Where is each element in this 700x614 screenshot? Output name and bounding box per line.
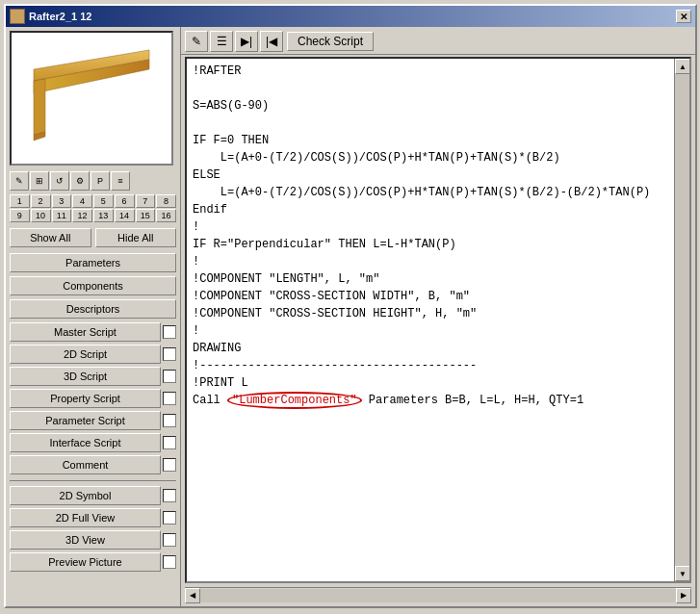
- parameters-button[interactable]: Parameters: [10, 253, 176, 272]
- toolbar-icon-4[interactable]: |◀: [260, 31, 283, 52]
- preview-picture-item: Preview Picture: [10, 552, 176, 572]
- divider: [10, 480, 176, 481]
- preview-picture-checkbox[interactable]: [163, 555, 176, 569]
- scroll-right-button[interactable]: ▶: [676, 588, 691, 603]
- toolbar-icon-1[interactable]: ✎: [185, 31, 208, 52]
- property-script-item: Property Script: [10, 389, 176, 408]
- settings-icon-btn[interactable]: ⚙: [70, 171, 90, 191]
- title-bar-left: Rafter2_1 12: [10, 9, 91, 24]
- 3d-view-button[interactable]: 3D View: [10, 530, 161, 550]
- 3d-script-button[interactable]: 3D Script: [10, 367, 161, 386]
- title-bar: Rafter2_1 12 ✕: [6, 6, 695, 27]
- num-14[interactable]: 14: [115, 209, 135, 222]
- num-1[interactable]: 1: [10, 194, 30, 208]
- preview-picture-button[interactable]: Preview Picture: [10, 552, 161, 572]
- parameter-script-button[interactable]: Parameter Script: [10, 411, 161, 430]
- main-window: Rafter2_1 12 ✕: [4, 4, 697, 608]
- svg-marker-2: [34, 79, 45, 135]
- interface-script-button[interactable]: Interface Script: [10, 433, 161, 452]
- descriptors-button[interactable]: Descriptors: [10, 299, 176, 319]
- close-button[interactable]: ✕: [676, 10, 691, 23]
- num-2[interactable]: 2: [31, 194, 51, 208]
- rafter-image: [24, 40, 159, 156]
- toolbar-icon-3[interactable]: ▶|: [235, 31, 258, 52]
- num-5[interactable]: 5: [93, 194, 114, 208]
- 3d-script-checkbox[interactable]: [163, 370, 176, 383]
- 2d-script-button[interactable]: 2D Script: [10, 345, 161, 364]
- script-toolbar: ✎ ☰ ▶| |◀ Check Script: [181, 27, 695, 55]
- num-13[interactable]: 13: [93, 209, 114, 222]
- scroll-track-h[interactable]: [200, 589, 676, 602]
- scroll-track-v[interactable]: [675, 74, 689, 566]
- num-7[interactable]: 7: [136, 194, 156, 208]
- window-title: Rafter2_1 12: [29, 11, 91, 22]
- num-11[interactable]: 11: [52, 209, 72, 222]
- 2d-full-view-button[interactable]: 2D Full View: [10, 508, 161, 527]
- edit-icon-btn[interactable]: ✎: [10, 171, 29, 191]
- parameter-script-checkbox[interactable]: [163, 414, 176, 427]
- 3d-script-item: 3D Script: [10, 367, 176, 386]
- num-4[interactable]: 4: [72, 194, 92, 208]
- 2d-script-item: 2D Script: [10, 345, 176, 364]
- preview-box: [10, 31, 173, 166]
- num-8[interactable]: 8: [156, 194, 176, 208]
- parameter-script-item: Parameter Script: [10, 411, 176, 430]
- hide-all-button[interactable]: Hide All: [95, 228, 177, 247]
- show-all-button[interactable]: Show All: [10, 228, 91, 247]
- num-9[interactable]: 9: [10, 209, 30, 222]
- scroll-left-button[interactable]: ◀: [185, 588, 200, 603]
- interface-script-item: Interface Script: [10, 433, 176, 452]
- code-content: !RAFTER S=ABS(G-90) IF F=0 THEN L=(A+0-(…: [187, 59, 689, 413]
- comment-item: Comment: [10, 455, 176, 474]
- grid-icon-btn[interactable]: ⊞: [30, 171, 49, 191]
- master-script-checkbox[interactable]: [163, 325, 176, 339]
- master-script-button[interactable]: Master Script: [10, 322, 161, 342]
- 2d-full-view-checkbox[interactable]: [163, 511, 176, 524]
- components-button[interactable]: Components: [10, 276, 176, 295]
- check-script-button[interactable]: Check Script: [287, 32, 374, 51]
- 2d-symbol-item: 2D Symbol: [10, 486, 176, 505]
- property-script-button[interactable]: Property Script: [10, 389, 161, 408]
- scroll-down-button[interactable]: ▼: [675, 566, 690, 581]
- 2d-script-checkbox[interactable]: [163, 347, 176, 361]
- property-script-checkbox[interactable]: [163, 392, 176, 405]
- show-hide-row: Show All Hide All: [10, 228, 176, 247]
- 3d-view-checkbox[interactable]: [163, 533, 176, 547]
- scroll-up-button[interactable]: ▲: [675, 59, 690, 74]
- num-16[interactable]: 16: [156, 209, 176, 222]
- num-12[interactable]: 12: [72, 209, 92, 222]
- comment-checkbox[interactable]: [163, 458, 176, 472]
- interface-script-checkbox[interactable]: [163, 436, 176, 449]
- number-grid: 1 2 3 4 5 6 7 8 9 10 11 12 13 14 15 16: [10, 194, 176, 222]
- num-10[interactable]: 10: [31, 209, 51, 222]
- list-icon-btn[interactable]: ≡: [111, 171, 130, 191]
- left-panel: ✎ ⊞ ↺ ⚙ P ≡ 1 2 3 4 5 6 7 8 9 10 11 12: [6, 27, 181, 606]
- 2d-symbol-button[interactable]: 2D Symbol: [10, 486, 161, 505]
- window-icon: [10, 9, 25, 24]
- main-content: ✎ ⊞ ↺ ⚙ P ≡ 1 2 3 4 5 6 7 8 9 10 11 12: [6, 27, 695, 606]
- comment-button[interactable]: Comment: [10, 455, 161, 474]
- 2d-symbol-checkbox[interactable]: [163, 489, 176, 502]
- master-script-item: Master Script: [10, 322, 176, 342]
- lumber-components-highlight: "LumberComponents": [227, 392, 362, 409]
- toolbar-icon-2[interactable]: ☰: [210, 31, 233, 52]
- right-panel: ✎ ☰ ▶| |◀ Check Script !RAFTER S=ABS(G-9…: [181, 27, 695, 606]
- code-editor[interactable]: !RAFTER S=ABS(G-90) IF F=0 THEN L=(A+0-(…: [185, 57, 691, 583]
- 3d-view-item: 3D View: [10, 530, 176, 550]
- num-3[interactable]: 3: [52, 194, 72, 208]
- icon-toolbar: ✎ ⊞ ↺ ⚙ P ≡: [10, 171, 176, 191]
- vertical-scrollbar: ▲ ▼: [674, 59, 689, 581]
- param-icon-btn[interactable]: P: [91, 171, 110, 191]
- num-15[interactable]: 15: [136, 209, 156, 222]
- 2d-full-view-item: 2D Full View: [10, 508, 176, 527]
- refresh-icon-btn[interactable]: ↺: [50, 171, 69, 191]
- num-6[interactable]: 6: [115, 194, 135, 208]
- horizontal-scrollbar: ◀ ▶: [185, 587, 691, 602]
